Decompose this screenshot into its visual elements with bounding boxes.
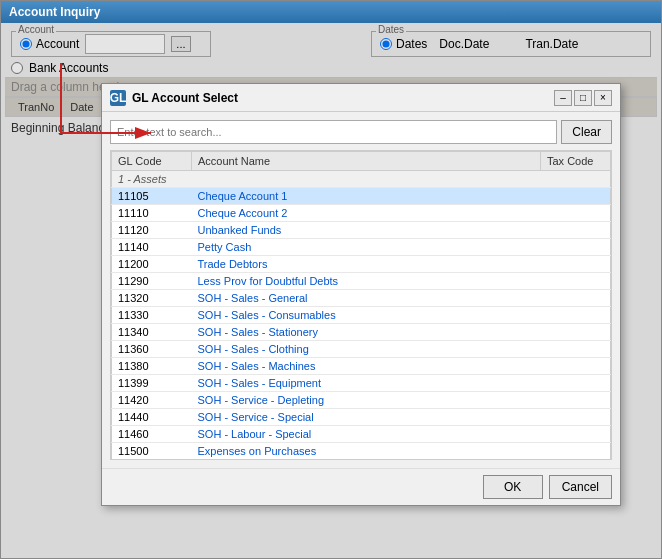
table-row[interactable]: 11440 SOH - Service - Special [112,409,611,426]
account-name-cell: SOH - Sales - Machines [192,358,541,375]
gl-code-cell: 11120 [112,222,192,239]
gl-code-cell: 11360 [112,341,192,358]
gl-code-cell: 11550 [112,460,192,461]
tax-code-cell [541,324,611,341]
table-row[interactable]: 11340 SOH - Sales - Stationery [112,324,611,341]
account-name-cell: SOH - Sales - General [192,290,541,307]
modal-body: Clear GL Code Account Name Tax Code [102,112,620,468]
modal-controls: – □ × [554,90,612,106]
gl-code-cell: 11105 [112,188,192,205]
account-name-cell: SOH - Sales - Consumables [192,307,541,324]
account-name-cell: Trade Debtors [192,256,541,273]
main-title-bar: Account Inquiry [1,1,661,23]
table-row[interactable]: 11420 SOH - Service - Depleting [112,392,611,409]
gl-code-cell: 11320 [112,290,192,307]
clear-button[interactable]: Clear [561,120,612,144]
table-row[interactable]: 11110 Cheque Account 2 [112,205,611,222]
main-content: Account Account ... Dates Dates Doc.Date… [1,23,661,558]
gl-code-cell: 11460 [112,426,192,443]
ok-button[interactable]: OK [483,475,543,499]
account-name-cell: SOH - Labour - Special [192,426,541,443]
table-row[interactable]: 11330 SOH - Sales - Consumables [112,307,611,324]
table-row[interactable]: 11550 Stock On Hand - POs On Received [112,460,611,461]
table-row[interactable]: 11140 Petty Cash [112,239,611,256]
account-name-cell: Cheque Account 2 [192,205,541,222]
tax-code-cell [541,239,611,256]
gl-code-cell: 11440 [112,409,192,426]
main-window: Account Inquiry Account Account ... Date… [0,0,662,559]
tax-code-cell [541,375,611,392]
gl-code-cell: 11380 [112,358,192,375]
account-name-cell: SOH - Service - Depleting [192,392,541,409]
search-input[interactable] [110,120,557,144]
tax-code-cell [541,392,611,409]
account-name-cell: Cheque Account 1 [192,188,541,205]
tax-code-cell [541,290,611,307]
account-name-cell: SOH - Sales - Equipment [192,375,541,392]
account-name-cell: Stock On Hand - POs On Received [192,460,541,461]
table-row[interactable]: 11200 Trade Debtors [112,256,611,273]
table-row[interactable]: 11500 Expenses on Purchases [112,443,611,460]
tax-code-cell [541,341,611,358]
tax-code-cell [541,409,611,426]
tax-code-cell [541,205,611,222]
gl-code-cell: 11110 [112,205,192,222]
gl-table: GL Code Account Name Tax Code 1 - Assets… [111,151,611,460]
table-row[interactable]: 11320 SOH - Sales - General [112,290,611,307]
gl-account-select-modal: GL GL Account Select – □ × Clear [101,83,621,506]
account-name-cell: Less Prov for Doubtful Debts [192,273,541,290]
group-row-assets: 1 - Assets [112,171,611,188]
cancel-button[interactable]: Cancel [549,475,612,499]
tax-code-cell [541,460,611,461]
gl-code-cell: 11420 [112,392,192,409]
tax-code-cell [541,256,611,273]
gl-code-cell: 11140 [112,239,192,256]
table-row[interactable]: 11290 Less Prov for Doubtful Debts [112,273,611,290]
col-header-taxcode: Tax Code [541,152,611,171]
modal-overlay: GL GL Account Select – □ × Clear [1,23,661,558]
search-row: Clear [110,120,612,144]
gl-table-container[interactable]: GL Code Account Name Tax Code 1 - Assets… [110,150,612,460]
gl-code-cell: 11200 [112,256,192,273]
tax-code-cell [541,426,611,443]
table-row[interactable]: 11460 SOH - Labour - Special [112,426,611,443]
account-name-cell: SOH - Sales - Stationery [192,324,541,341]
modal-title-text: GL Account Select [132,91,548,105]
gl-code-cell: 11500 [112,443,192,460]
table-row[interactable]: 11399 SOH - Sales - Equipment [112,375,611,392]
gl-code-cell: 11290 [112,273,192,290]
modal-footer: OK Cancel [102,468,620,505]
modal-icon-label: GL [110,91,127,105]
col-header-glcode: GL Code [112,152,192,171]
tax-code-cell [541,273,611,290]
account-name-cell: Petty Cash [192,239,541,256]
gl-code-cell: 11340 [112,324,192,341]
table-row[interactable]: 11105 Cheque Account 1 [112,188,611,205]
table-row[interactable]: 11380 SOH - Sales - Machines [112,358,611,375]
table-row[interactable]: 11360 SOH - Sales - Clothing [112,341,611,358]
modal-close-button[interactable]: × [594,90,612,106]
modal-minimize-button[interactable]: – [554,90,572,106]
gl-code-cell: 11330 [112,307,192,324]
tax-code-cell [541,307,611,324]
modal-maximize-button[interactable]: □ [574,90,592,106]
col-header-accountname: Account Name [192,152,541,171]
tax-code-cell [541,358,611,375]
main-title: Account Inquiry [9,5,100,19]
account-name-cell: Unbanked Funds [192,222,541,239]
tax-code-cell [541,443,611,460]
gl-code-cell: 11399 [112,375,192,392]
tax-code-cell [541,188,611,205]
modal-title-bar: GL GL Account Select – □ × [102,84,620,112]
account-name-cell: Expenses on Purchases [192,443,541,460]
tax-code-cell [541,222,611,239]
account-name-cell: SOH - Sales - Clothing [192,341,541,358]
table-row[interactable]: 11120 Unbanked Funds [112,222,611,239]
account-name-cell: SOH - Service - Special [192,409,541,426]
group-label: 1 - Assets [112,171,611,188]
modal-title-icon: GL [110,90,126,106]
